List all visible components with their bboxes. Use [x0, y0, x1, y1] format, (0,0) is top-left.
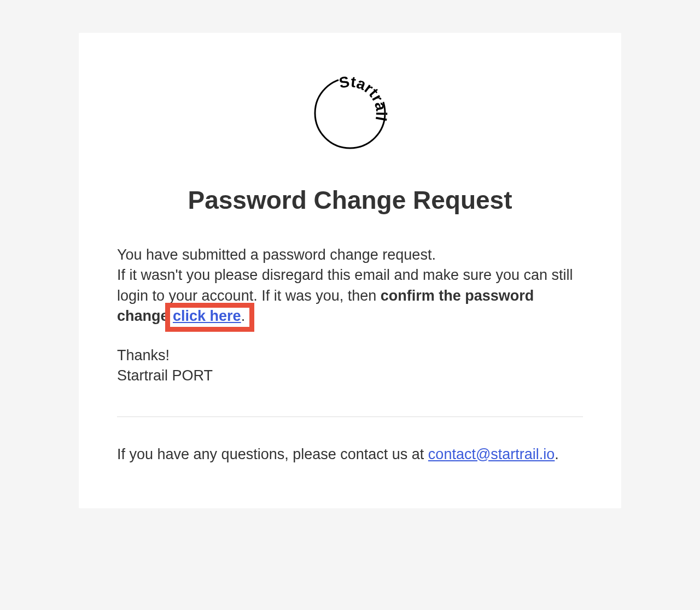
page-title: Password Change Request	[117, 185, 583, 215]
signature-sender: Startrail PORT	[117, 367, 213, 384]
footer-suffix: .	[555, 446, 559, 462]
highlight-box: click here	[173, 306, 241, 326]
footer-paragraph: If you have any questions, please contac…	[117, 444, 583, 465]
signature-thanks: Thanks!	[117, 347, 170, 363]
body-line1: You have submitted a password change req…	[117, 247, 436, 263]
footer-prefix: If you have any questions, please contac…	[117, 446, 428, 462]
divider	[117, 417, 583, 417]
confirm-link[interactable]: click here	[173, 308, 241, 324]
body-period: .	[241, 308, 246, 324]
email-card: Startrail Password Change Request You ha…	[79, 33, 621, 508]
startrail-logo-icon: Startrail	[309, 71, 391, 153]
signature-block: Thanks! Startrail PORT	[117, 345, 583, 386]
body-paragraph: You have submitted a password change req…	[117, 245, 583, 326]
contact-email-link[interactable]: contact@startrail.io	[428, 446, 555, 462]
logo-container: Startrail	[117, 71, 583, 155]
